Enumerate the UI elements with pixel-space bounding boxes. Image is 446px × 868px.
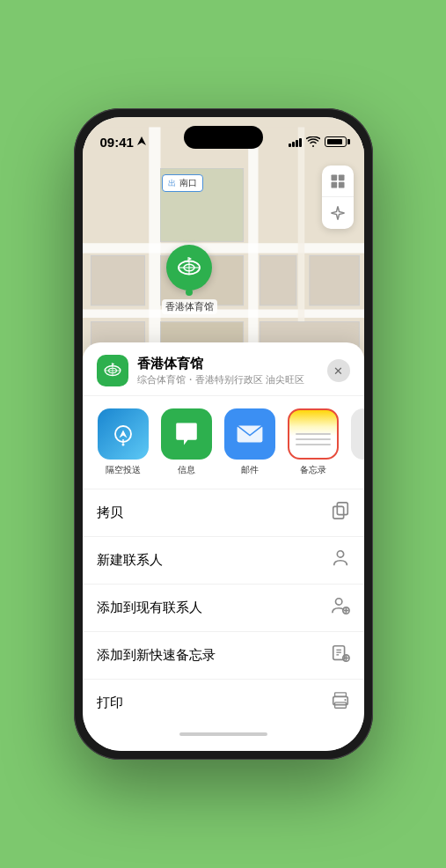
signal-bars-icon [289, 136, 302, 147]
svg-rect-8 [91, 255, 144, 305]
svg-rect-17 [338, 174, 344, 180]
svg-rect-19 [338, 181, 344, 188]
location-arrow-icon [137, 136, 146, 147]
copy-label: 拷贝 [97, 504, 123, 521]
map-layer-button[interactable] [322, 166, 354, 197]
action-print[interactable]: 打印 [83, 680, 364, 726]
svg-marker-31 [112, 363, 113, 365]
svg-point-38 [337, 551, 343, 557]
svg-rect-10 [260, 255, 296, 305]
svg-rect-16 [331, 174, 337, 180]
airdrop-label: 隔空投送 [106, 464, 141, 476]
location-icon [330, 205, 346, 221]
status-time: 09:41 [100, 135, 134, 150]
airdrop-icon [110, 421, 136, 447]
action-new-contact[interactable]: 新建联系人 [83, 537, 364, 585]
pin-label: 香港体育馆 [162, 299, 217, 314]
svg-rect-36 [337, 503, 347, 515]
copy-svg-icon [331, 501, 350, 520]
home-bar [179, 732, 267, 736]
home-indicator [83, 726, 364, 742]
action-add-notes[interactable]: 添加到新快速备忘录 [83, 632, 364, 680]
share-notes[interactable]: 备忘录 [287, 408, 340, 476]
svg-marker-0 [137, 136, 146, 145]
venue-pin[interactable]: 香港体育馆 [162, 245, 217, 314]
svg-point-53 [344, 699, 346, 701]
map-layer-icon [329, 173, 347, 190]
venue-stadium-icon [103, 361, 122, 380]
bottom-sheet: 香港体育馆 综合体育馆・香港特别行政区 油尖旺区 ✕ [83, 342, 364, 751]
messages-icon [173, 422, 200, 446]
person-add-svg-icon [331, 596, 350, 615]
pin-circle [166, 245, 212, 291]
person-svg-icon [331, 548, 350, 568]
action-add-existing[interactable]: 添加到现有联系人 [83, 585, 364, 632]
messages-icon-wrap [161, 408, 212, 460]
phone-screen: 09:41 [83, 117, 364, 751]
new-contact-label: 新建联系人 [97, 552, 163, 569]
share-messages[interactable]: 信息 [160, 408, 213, 476]
svg-rect-3 [83, 310, 364, 318]
svg-rect-18 [331, 181, 337, 188]
notes-lines [296, 433, 331, 449]
print-label: 打印 [97, 695, 123, 711]
dynamic-island [184, 126, 263, 149]
share-airdrop[interactable]: 隔空投送 [97, 408, 150, 476]
map-entrance-label: 出 南口 [162, 174, 204, 192]
new-contact-icon [331, 548, 350, 572]
status-icons [289, 136, 347, 147]
svg-rect-24 [188, 257, 189, 262]
svg-point-39 [335, 599, 341, 605]
venue-name: 香港体育馆 [137, 356, 327, 372]
map-controls[interactable] [322, 166, 354, 229]
action-list: 拷贝 新建联系人 [83, 489, 364, 726]
messages-label: 信息 [178, 464, 195, 476]
print-icon [331, 691, 350, 715]
close-button[interactable]: ✕ [327, 359, 350, 382]
stadium-icon [176, 254, 202, 281]
phone-frame: 09:41 [74, 108, 373, 760]
add-notes-label: 添加到新快速备忘录 [97, 647, 216, 664]
share-more[interactable] [350, 408, 364, 476]
sheet-header: 香港体育馆 综合体育馆・香港特别行政区 油尖旺区 ✕ [83, 342, 364, 396]
copy-icon [331, 501, 350, 525]
notes-label: 备忘录 [300, 464, 326, 476]
print-svg-icon [331, 691, 350, 710]
airdrop-icon-wrap [98, 408, 149, 460]
svg-rect-30 [111, 363, 112, 366]
venue-info: 香港体育馆 综合体育馆・香港特别行政区 油尖旺区 [137, 356, 327, 386]
notes-icon-wrap [288, 408, 339, 460]
venue-sheet-icon [97, 355, 128, 386]
battery-icon [325, 136, 347, 147]
mail-icon-wrap [224, 408, 275, 460]
svg-marker-25 [189, 257, 192, 261]
share-mail[interactable]: 邮件 [223, 408, 276, 476]
svg-point-34 [121, 444, 124, 446]
add-existing-icon [331, 596, 350, 620]
svg-rect-2 [83, 243, 364, 253]
map-location-button[interactable] [322, 197, 354, 229]
more-icon-wrap [351, 408, 364, 460]
add-notes-icon [331, 644, 350, 667]
mail-icon [236, 423, 264, 445]
venue-subtitle: 综合体育馆・香港特别行政区 油尖旺区 [137, 373, 327, 386]
share-row: 隔空投送 信息 [83, 396, 364, 489]
notes-add-svg-icon [331, 644, 350, 663]
wifi-icon [306, 136, 320, 147]
mail-label: 邮件 [241, 464, 259, 476]
map-label-text: 南口 [179, 178, 197, 188]
svg-rect-11 [309, 255, 358, 305]
add-existing-label: 添加到现有联系人 [97, 600, 202, 616]
action-copy[interactable]: 拷贝 [83, 489, 364, 537]
svg-rect-37 [333, 506, 343, 519]
